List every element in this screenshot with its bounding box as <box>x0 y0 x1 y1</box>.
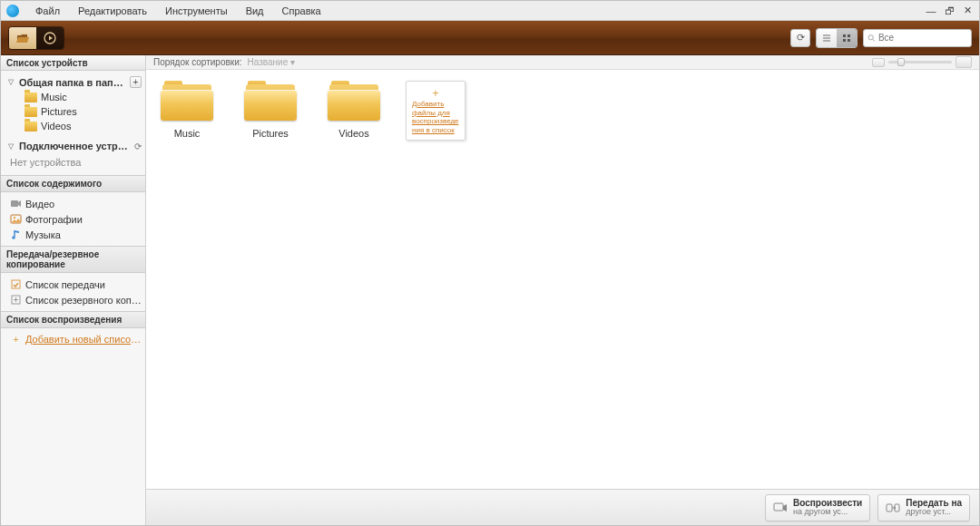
refresh-icon[interactable]: ⟳ <box>134 141 142 151</box>
play-circle-icon <box>44 32 56 44</box>
play-on-device-button[interactable]: Воспроизвести на другом ус... <box>765 494 870 521</box>
sort-dropdown[interactable]: Название ▾ <box>248 57 295 67</box>
menu-file[interactable]: Файл <box>26 5 69 16</box>
library-mode-button[interactable] <box>9 27 36 49</box>
content-list: Видео Фотографии Музыка <box>1 192 145 246</box>
svg-point-9 <box>12 236 15 239</box>
shared-child-videos[interactable]: Videos <box>1 119 145 133</box>
view-toggle <box>816 28 858 48</box>
add-folder-button[interactable]: + <box>130 76 142 88</box>
zoom-slider[interactable] <box>888 61 952 63</box>
add-playlist-row[interactable]: + Добавить новый список воспр... <box>1 332 145 346</box>
zoom-small-icon[interactable] <box>872 58 885 67</box>
transfer-to-device-button[interactable]: Передать на другое уст... <box>877 494 970 521</box>
folder-label: Pictures <box>239 128 302 139</box>
window-minimize-button[interactable]: — <box>925 5 937 16</box>
view-grid-button[interactable] <box>837 29 857 47</box>
refresh-icon: ⟳ <box>797 32 805 44</box>
view-list-button[interactable] <box>817 29 837 47</box>
video-icon <box>10 198 22 209</box>
search-box[interactable] <box>863 29 972 47</box>
svg-rect-6 <box>11 200 18 207</box>
shared-child-label: Pictures <box>41 106 142 117</box>
folder-icon <box>244 81 297 121</box>
toolbar-right: ⟳ <box>790 28 972 48</box>
chevron-down-icon: ▾ <box>290 57 295 67</box>
folder-icon <box>328 81 380 121</box>
add-playlist-link[interactable]: Добавить новый список воспр... <box>25 334 142 345</box>
menu-view[interactable]: Вид <box>237 5 273 16</box>
menu-edit[interactable]: Редактировать <box>69 5 156 16</box>
folder-item-videos[interactable]: Videos <box>322 81 386 139</box>
content-item-music[interactable]: Музыка <box>1 227 145 242</box>
svg-rect-2 <box>848 34 850 37</box>
shared-folder-node[interactable]: ▽ Общая папка в папке "Мой... + <box>1 74 145 90</box>
play-button-text: Воспроизвести на другом ус... <box>793 498 862 517</box>
shared-child-music[interactable]: Music <box>1 90 145 104</box>
shared-folder-label: Общая папка в папке "Мой... <box>19 77 126 88</box>
backup-list-icon <box>10 294 22 306</box>
search-icon <box>867 34 876 43</box>
menu-tools[interactable]: Инструменты <box>156 5 237 16</box>
main: Порядок сортировки: Название ▾ Music <box>146 55 979 525</box>
body: Список устройств ▽ Общая папка в папке "… <box>1 55 979 525</box>
playlists-header: Список воспроизведения <box>1 311 145 328</box>
folder-grid: Music Pictures Videos + Добавить файлы д… <box>146 70 979 489</box>
shared-child-label: Videos <box>41 121 142 132</box>
app-window: Файл Редактировать Инструменты Вид Справ… <box>0 0 980 526</box>
search-input[interactable] <box>878 33 967 43</box>
app-icon <box>6 5 19 17</box>
connected-device-node[interactable]: ▽ Подключенное устройство... ⟳ <box>1 139 145 153</box>
grid-icon <box>842 34 851 43</box>
no-device-label: Нет устройства <box>1 153 145 171</box>
window-maximize-button[interactable]: 🗗 <box>943 5 956 16</box>
filter-bar: Порядок сортировки: Название ▾ <box>146 55 979 70</box>
plus-icon: + <box>10 334 22 345</box>
folder-label: Music <box>155 128 219 139</box>
menu-help[interactable]: Справка <box>273 5 330 16</box>
sort-label: Порядок сортировки: <box>153 57 242 67</box>
content-item-photos[interactable]: Фотографии <box>1 211 145 227</box>
svg-rect-12 <box>774 503 783 511</box>
window-close-button[interactable]: ✕ <box>961 5 974 16</box>
svg-point-8 <box>14 217 15 219</box>
triangle-down-icon: ▽ <box>8 78 15 86</box>
add-files-card[interactable]: + Добавить файлы для воспроизведения в с… <box>406 81 466 141</box>
refresh-button[interactable]: ⟳ <box>790 29 810 47</box>
svg-rect-1 <box>843 34 846 37</box>
zoom-large-icon[interactable] <box>956 56 972 68</box>
svg-rect-10 <box>12 280 20 288</box>
sidebar-title-label: Список устройств <box>6 58 88 68</box>
content-item-label: Музыка <box>25 229 142 240</box>
zoom-thumb[interactable] <box>897 58 905 66</box>
transfer-button-line2: другое уст... <box>906 508 962 517</box>
folder-icon <box>24 107 37 117</box>
content-item-video[interactable]: Видео <box>1 196 145 211</box>
svg-rect-13 <box>887 504 892 511</box>
play-button-line2: на другом ус... <box>793 508 862 517</box>
transfer-item-backup[interactable]: Список резервного копир... <box>1 292 145 307</box>
sidebar-title: Список устройств <box>1 55 145 71</box>
sort-value: Название <box>248 57 289 67</box>
sidebar: Список устройств ▽ Общая папка в папке "… <box>1 55 146 525</box>
player-mode-button[interactable] <box>36 27 64 49</box>
svg-rect-4 <box>848 39 850 42</box>
plus-icon: + <box>412 87 459 100</box>
transfer-button-text: Передать на другое уст... <box>906 498 962 517</box>
folder-item-music[interactable]: Music <box>155 81 219 139</box>
transfer-list: Список передачи Список резервного копир.… <box>1 273 145 311</box>
content-item-label: Фотографии <box>25 214 142 225</box>
zoom-control <box>872 56 972 68</box>
folder-icon <box>24 122 37 132</box>
footer: Воспроизвести на другом ус... Передать н… <box>146 489 979 525</box>
add-files-link[interactable]: Добавить файлы для воспроизведения в спи… <box>412 100 459 134</box>
shared-child-pictures[interactable]: Pictures <box>1 104 145 119</box>
transfer-list-icon <box>10 278 22 290</box>
content-list-header: Список содержимого <box>1 175 145 192</box>
transfer-item-label: Список резервного копир... <box>25 295 142 306</box>
folder-item-pictures[interactable]: Pictures <box>239 81 302 139</box>
transfer-item-send[interactable]: Список передачи <box>1 277 145 292</box>
shared-child-label: Music <box>41 92 142 102</box>
transfer-item-label: Список передачи <box>25 279 142 290</box>
playlists: + Добавить новый список воспр... <box>1 328 145 350</box>
